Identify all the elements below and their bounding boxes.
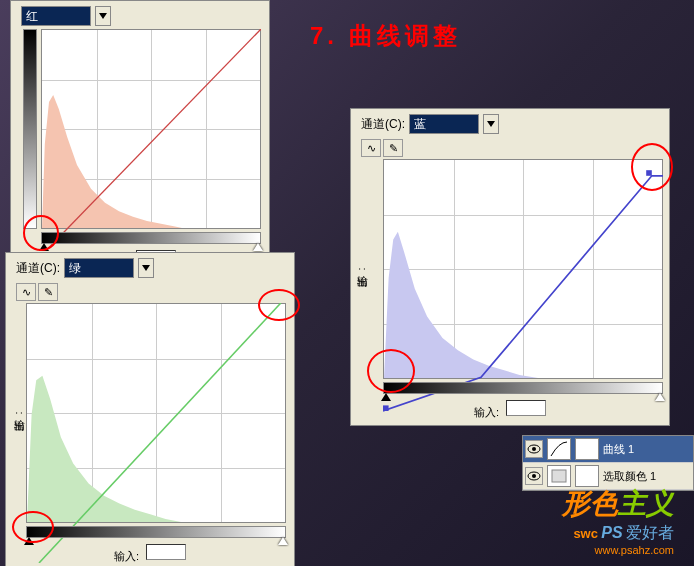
curve-graph-green[interactable]: 输出: bbox=[26, 303, 286, 523]
channel-row: 通道(C): 蓝 bbox=[353, 111, 667, 137]
channel-select-blue[interactable]: 蓝 bbox=[409, 114, 479, 134]
watermark: 形色主义 swc PS 爱好者 www.psahz.com bbox=[562, 485, 674, 556]
chevron-down-icon bbox=[142, 265, 150, 271]
watermark-text: 爱好者 bbox=[626, 524, 674, 541]
x-gradient bbox=[41, 232, 261, 244]
visibility-toggle[interactable] bbox=[525, 467, 543, 485]
white-slider[interactable] bbox=[655, 393, 665, 401]
y-gradient bbox=[23, 29, 37, 229]
channel-row: 通道(C): 绿 bbox=[8, 255, 292, 281]
svg-marker-0 bbox=[99, 13, 107, 19]
curves-panel-blue: 通道(C): 蓝 ∿ ✎ 输出: 输入: bbox=[350, 108, 670, 426]
watermark-text: PS bbox=[601, 524, 622, 541]
tools-row: ∿ ✎ bbox=[353, 137, 667, 159]
white-slider[interactable] bbox=[253, 243, 263, 251]
layer-row-curves[interactable]: 曲线 1 bbox=[523, 436, 693, 463]
svg-marker-6 bbox=[487, 121, 495, 127]
eye-icon bbox=[527, 471, 541, 481]
layers-panel: 曲线 1 选取颜色 1 bbox=[522, 435, 694, 491]
chevron-down-icon bbox=[487, 121, 495, 127]
input-row: 输入: bbox=[8, 541, 292, 566]
input-value-field[interactable] bbox=[506, 400, 546, 416]
visibility-toggle[interactable] bbox=[525, 440, 543, 458]
black-slider[interactable] bbox=[381, 393, 391, 401]
watermark-sub: swc PS 爱好者 bbox=[562, 523, 674, 544]
layer-mask-thumbnail[interactable] bbox=[575, 438, 599, 460]
watermark-brand: 形色主义 bbox=[562, 485, 674, 523]
output-axis-label: 输出: bbox=[12, 411, 27, 414]
curves-panel-green: 通道(C): 绿 ∿ ✎ 输出: 输入: bbox=[5, 252, 295, 566]
x-gradient bbox=[26, 526, 286, 538]
black-slider[interactable] bbox=[24, 537, 34, 545]
grid bbox=[41, 29, 261, 229]
watermark-text: 主义 bbox=[618, 488, 674, 519]
output-axis-label: 输出: bbox=[355, 267, 370, 270]
chevron-down-icon bbox=[99, 13, 107, 19]
black-slider[interactable] bbox=[39, 243, 49, 251]
pencil-tool-button[interactable]: ✎ bbox=[38, 283, 58, 301]
eye-icon bbox=[527, 444, 541, 454]
input-label: 输入: bbox=[114, 550, 139, 562]
grid bbox=[26, 303, 286, 523]
svg-rect-14 bbox=[552, 470, 566, 482]
input-row: 输入: bbox=[353, 397, 667, 423]
step-title: 7. 曲线调整 bbox=[310, 20, 461, 52]
channel-select-green[interactable]: 绿 bbox=[64, 258, 134, 278]
channel-select-red[interactable]: 红 bbox=[21, 6, 91, 26]
input-value-field[interactable] bbox=[146, 544, 186, 560]
curves-adjustment-icon bbox=[549, 440, 569, 458]
svg-point-13 bbox=[532, 474, 536, 478]
curve-graph-blue[interactable]: 输出: bbox=[383, 159, 663, 379]
layer-name: 曲线 1 bbox=[603, 442, 691, 457]
x-gradient bbox=[383, 382, 663, 394]
curve-tool-button[interactable]: ∿ bbox=[361, 139, 381, 157]
white-slider[interactable] bbox=[278, 537, 288, 545]
layer-mask-thumbnail[interactable] bbox=[575, 465, 599, 487]
dropdown-button[interactable] bbox=[138, 258, 154, 278]
svg-marker-3 bbox=[142, 265, 150, 271]
dropdown-button[interactable] bbox=[483, 114, 499, 134]
channel-label: 通道(C): bbox=[16, 260, 60, 277]
curve-tool-button[interactable]: ∿ bbox=[16, 283, 36, 301]
pencil-tool-button[interactable]: ✎ bbox=[383, 139, 403, 157]
watermark-text: 形色 bbox=[562, 488, 618, 519]
grid bbox=[383, 159, 663, 379]
curve-graph-red[interactable] bbox=[41, 29, 261, 229]
selective-color-icon bbox=[549, 467, 569, 485]
layer-name: 选取颜色 1 bbox=[603, 469, 691, 484]
channel-label: 通道(C): bbox=[361, 116, 405, 133]
curves-panel-red: 红 输入: bbox=[10, 0, 270, 276]
svg-point-11 bbox=[532, 447, 536, 451]
input-label: 输入: bbox=[474, 406, 499, 418]
watermark-url: www.psahz.com bbox=[562, 544, 674, 556]
watermark-text: swc bbox=[573, 526, 598, 541]
dropdown-button[interactable] bbox=[95, 6, 111, 26]
channel-row: 红 bbox=[13, 3, 267, 29]
layer-thumbnail[interactable] bbox=[547, 438, 571, 460]
layer-thumbnail[interactable] bbox=[547, 465, 571, 487]
tools-row: ∿ ✎ bbox=[8, 281, 292, 303]
